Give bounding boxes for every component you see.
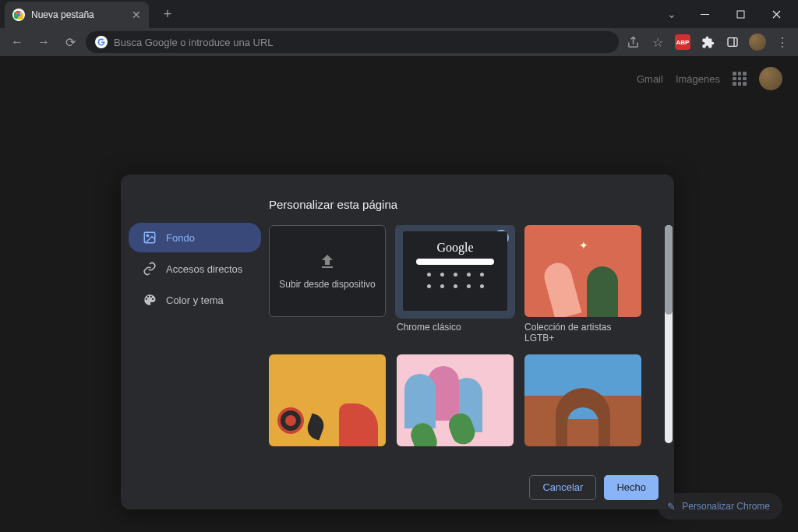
minimize-button[interactable] — [689, 2, 720, 26]
close-window-button[interactable] — [761, 2, 792, 26]
palette-icon — [143, 293, 157, 307]
bookmark-star-icon[interactable]: ☆ — [648, 33, 667, 51]
tile-chrome-classic: ✓ Google Chrome clásico — [397, 225, 514, 344]
browser-toolbar: ← → ⟳ Busca Google o introduce una URL ☆… — [0, 28, 798, 56]
kebab-menu-icon[interactable]: ⋮ — [773, 33, 792, 51]
sidebar-item-label: Accesos directos — [166, 263, 242, 275]
svg-rect-2 — [737, 11, 744, 18]
upload-icon — [318, 252, 337, 271]
close-tab-icon[interactable]: ✕ — [132, 9, 141, 21]
chrome-classic-option[interactable]: ✓ Google — [397, 225, 514, 317]
dialog-main: Personalizar esta página Subir desde dis… — [269, 174, 674, 509]
upload-label: Subir desde dispositivo — [279, 279, 375, 290]
address-placeholder: Busca Google o introduce una URL — [114, 37, 274, 48]
account-avatar[interactable] — [759, 67, 782, 90]
customize-label: Personalizar Chrome — [682, 501, 770, 512]
image-frame-icon — [143, 231, 157, 245]
forward-button[interactable]: → — [33, 31, 55, 53]
google-logo-text: Google — [436, 241, 473, 255]
scrollbar[interactable] — [665, 225, 673, 443]
tab-search-icon[interactable]: ⌄ — [667, 8, 676, 20]
pencil-icon: ✎ — [667, 501, 676, 513]
google-favicon-icon — [95, 36, 108, 48]
new-tab-button[interactable]: + — [157, 3, 178, 25]
dialog-footer: Cancelar Hecho — [269, 464, 674, 509]
collection-option-4[interactable] — [269, 354, 386, 446]
images-link[interactable]: Imágenes — [676, 73, 720, 85]
profile-avatar-icon[interactable] — [748, 33, 767, 51]
extensions-puzzle-icon[interactable] — [698, 33, 717, 51]
tile-lgbt-collection: ✦ Colección de artistas LGTB+ — [524, 225, 641, 344]
tile-label — [269, 451, 386, 462]
svg-point-6 — [147, 234, 148, 236]
upload-from-device-button[interactable]: Subir desde dispositivo — [269, 225, 386, 317]
toolbar-actions: ☆ ABP ⋮ — [623, 33, 792, 51]
share-icon[interactable] — [623, 33, 642, 51]
maximize-button[interactable] — [725, 2, 756, 26]
tile-collection-4 — [269, 354, 386, 462]
address-bar[interactable]: Busca Google o introduce una URL — [86, 31, 619, 53]
done-button[interactable]: Hecho — [604, 475, 659, 500]
sidebar-item-label: Color y tema — [166, 294, 224, 306]
dialog-sidebar: Fondo Accesos directos Color y tema — [121, 174, 269, 509]
tab-title: Nueva pestaña — [31, 9, 125, 20]
link-icon — [143, 262, 157, 276]
mini-shortcuts-row — [427, 273, 484, 277]
sidebar-item-background[interactable]: Fondo — [129, 223, 261, 252]
google-apps-icon[interactable] — [733, 72, 747, 86]
gmail-link[interactable]: Gmail — [637, 73, 663, 85]
tile-label — [524, 451, 641, 462]
tile-label: Colección de artistas LGTB+ — [524, 322, 641, 344]
chrome-favicon-icon — [12, 9, 25, 21]
svg-rect-1 — [701, 14, 709, 15]
tile-collection-5 — [397, 354, 514, 462]
tile-label — [397, 451, 514, 462]
tile-collection-6 — [524, 354, 641, 462]
background-tiles-grid: Subir desde dispositivo ✓ Google — [269, 225, 662, 462]
ntp-top-links: Gmail Imágenes — [637, 67, 782, 90]
tile-label — [269, 322, 386, 333]
sidebar-item-shortcuts[interactable]: Accesos directos — [129, 254, 261, 284]
customize-dialog: Fondo Accesos directos Color y tema Pers… — [121, 174, 674, 509]
cancel-button[interactable]: Cancelar — [529, 475, 596, 500]
titlebar: Nueva pestaña ✕ + ⌄ — [0, 0, 798, 28]
customize-chrome-button[interactable]: ✎ Personalizar Chrome — [658, 493, 782, 520]
sidebar-item-label: Fondo — [166, 232, 195, 244]
star-decoration-icon: ✦ — [579, 239, 588, 252]
abp-extension-icon[interactable]: ABP — [673, 33, 692, 51]
browser-tab[interactable]: Nueva pestaña ✕ — [5, 2, 149, 28]
mini-search-bar — [416, 259, 494, 265]
sidebar-item-theme[interactable]: Color y tema — [129, 285, 261, 315]
background-tiles-container: Subir desde dispositivo ✓ Google — [269, 225, 674, 464]
tab-strip: Nueva pestaña ✕ + — [0, 0, 178, 28]
tile-upload: Subir desde dispositivo — [269, 225, 386, 344]
svg-rect-3 — [728, 38, 737, 47]
button-label: Cancelar — [542, 481, 583, 493]
back-button[interactable]: ← — [6, 31, 28, 53]
sidepanel-icon[interactable] — [723, 33, 742, 51]
button-label: Hecho — [616, 481, 646, 493]
mini-shortcuts-row — [427, 284, 484, 288]
new-tab-page: Gmail Imágenes Fondo Accesos directos — [0, 56, 798, 532]
reload-button[interactable]: ⟳ — [59, 31, 81, 53]
collection-option-6[interactable] — [524, 354, 641, 446]
tile-label: Chrome clásico — [397, 322, 514, 333]
dialog-title: Personalizar esta página — [269, 174, 674, 225]
window-controls: ⌄ — [667, 2, 798, 26]
collection-option-5[interactable] — [397, 354, 514, 446]
lgbt-collection-option[interactable]: ✦ — [524, 225, 641, 317]
